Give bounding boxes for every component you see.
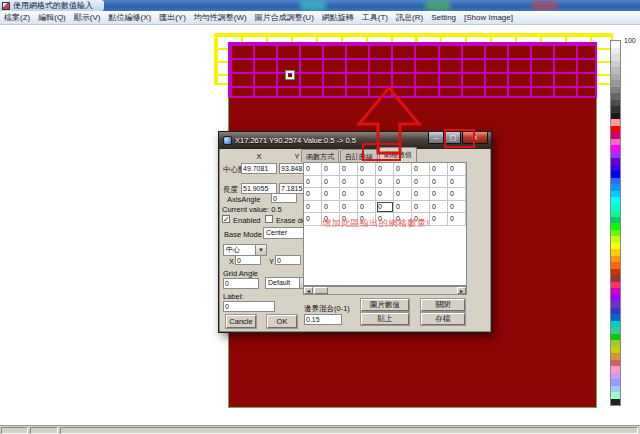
menu-item-uniformity[interactable]: 均勻性調整(W) (194, 12, 247, 23)
grid-cell[interactable]: 0 (304, 188, 322, 201)
grid-cell[interactable]: 0 (448, 201, 466, 214)
cancel-button[interactable]: Cancle (226, 315, 256, 328)
grid-cell[interactable]: 0 (430, 176, 448, 189)
grid-cell[interactable]: 0 (412, 176, 430, 189)
grid-cell[interactable]: 0 (358, 176, 376, 189)
image-values-button[interactable]: 圖片數值 (361, 299, 409, 311)
grid-cell[interactable]: 0 (322, 188, 340, 201)
y-offset-label: Y (269, 257, 274, 266)
current-value-label: Current value: 0.5 (222, 205, 282, 214)
dialog-title: X17.2671 Y90.2574 Value:0.5 -> 0.5 (235, 136, 356, 145)
grid-value-dialog: X17.2671 Y90.2574 Value:0.5 -> 0.5 X Y 中… (218, 131, 492, 333)
tab-highlight-box (362, 143, 401, 161)
grid-cell[interactable]: 0 (430, 188, 448, 201)
close-panel-button[interactable]: 關閉 (421, 299, 465, 311)
menu-item-export[interactable]: 匯出(Y) (159, 12, 186, 23)
grid-cell[interactable]: 0 (448, 188, 466, 201)
grid-cell[interactable]: 0 (358, 201, 376, 214)
grid-cell[interactable]: 0 (394, 201, 412, 214)
grid-cell[interactable]: 0 (412, 188, 430, 201)
grid-cell[interactable]: 0 (304, 163, 322, 176)
length-label: 長度 (223, 185, 238, 195)
menu-item-dot-rotate[interactable]: 網點旋轉 (322, 12, 354, 23)
grid-cell[interactable]: 0 (430, 201, 448, 214)
window-title-chip: 使用網格式的數值輸入 (0, 0, 104, 11)
grid-cell[interactable]: 0 (322, 201, 340, 214)
grid-cell[interactable]: 0 (358, 188, 376, 201)
table-hscrollbar[interactable] (303, 286, 467, 295)
blend-input[interactable]: 0.15 (304, 314, 342, 325)
grid-cell[interactable]: 0 (322, 176, 340, 189)
titlebar-glass-blob (425, 1, 451, 10)
scroll-right-icon[interactable] (457, 287, 466, 294)
grid-cell[interactable]: 0 (340, 201, 358, 214)
window-titlebar[interactable]: 使用網格式的數值輸入 (0, 0, 640, 11)
menu-item-edit[interactable]: 編輯(Q) (38, 12, 66, 23)
y-offset-input[interactable]: 0 (275, 255, 301, 265)
axis-angle-input[interactable]: 0 (271, 193, 297, 203)
grid-cell[interactable]: 0 (358, 163, 376, 176)
color-scale-bar[interactable] (610, 40, 621, 406)
x-offset-input[interactable]: 0 (235, 255, 261, 265)
grid-cell[interactable]: 0 (394, 176, 412, 189)
grid-cell[interactable]: 0 (394, 188, 412, 201)
column-header-x: X (241, 152, 277, 161)
caption-highlight-box (444, 129, 475, 148)
label-input[interactable]: 0 (223, 301, 275, 312)
menu-item-tools[interactable]: 工具(T) (362, 12, 388, 23)
grid-cell[interactable]: 0 (304, 176, 322, 189)
selected-point-marker[interactable] (286, 71, 294, 79)
menu-item-point-edit[interactable]: 點位編修(X) (108, 12, 151, 23)
center-x-input[interactable]: 49.7081 (241, 163, 277, 174)
save-button[interactable]: 存檔 (421, 313, 465, 325)
titlebar-glass-blob (300, 1, 326, 10)
enabled-label: Enabled (233, 216, 261, 225)
grid-cell[interactable]: 0 (304, 213, 322, 226)
grid-cell[interactable]: 0 (376, 188, 394, 201)
grid-cell[interactable]: 0 (304, 201, 322, 214)
app-window: 使用網格式的數值輸入 檔案(Z)編輯(Q)顯示(V)點位編修(X)匯出(Y)均勻… (0, 0, 640, 434)
base-mode-label: Base Mode (224, 230, 262, 239)
grid-cell[interactable]: 0 (376, 201, 394, 214)
scale-max-label: 100 (624, 37, 636, 44)
grid-angle-input[interactable]: 0 (223, 278, 259, 289)
minimize-button[interactable] (428, 132, 444, 144)
scroll-left-icon[interactable] (304, 287, 313, 294)
grid-cell[interactable]: 0 (412, 163, 430, 176)
app-icon (2, 2, 10, 10)
status-panel (60, 427, 638, 434)
grid-cell[interactable]: 0 (376, 176, 394, 189)
menu-item-message[interactable]: 訊息(R) (396, 12, 423, 23)
scroll-thumb[interactable] (314, 287, 328, 294)
grid-cell[interactable]: 0 (322, 163, 340, 176)
grid-cell[interactable]: 0 (430, 163, 448, 176)
label-field-label: Label: (223, 292, 243, 301)
grid-cell[interactable]: 0 (394, 163, 412, 176)
status-bar (0, 425, 640, 434)
menu-item-view[interactable]: 顯示(V) (74, 12, 101, 23)
enabled-checkbox[interactable] (222, 215, 230, 223)
blend-label: 邊界混合(0-1) (304, 304, 350, 314)
status-panel (1, 427, 28, 434)
grid-cell[interactable]: 0 (448, 163, 466, 176)
paste-button[interactable]: 貼上 (361, 313, 409, 325)
grid-cell[interactable]: 0 (376, 163, 394, 176)
grid-cell[interactable]: 0 (340, 163, 358, 176)
grid-cell[interactable]: 0 (340, 188, 358, 201)
menu-item-show-image[interactable]: [Show Image] (464, 13, 513, 22)
grid-cell[interactable]: 0 (340, 176, 358, 189)
menu-item-file[interactable]: 檔案(Z) (4, 12, 30, 23)
tab-function[interactable]: 函數方式 (301, 149, 339, 162)
grid-cell[interactable]: 0 (412, 201, 430, 214)
menu-bar: 檔案(Z)編輯(Q)顯示(V)點位編修(X)匯出(Y)均勻性調整(W)圖片合成調… (0, 11, 640, 25)
menu-item-image-compose[interactable]: 圖片合成調整(U) (255, 12, 314, 23)
window-title: 使用網格式的數值輸入 (13, 0, 93, 11)
grid-cell[interactable]: 0 (448, 213, 466, 226)
axis-angle-label: AxisAngle (227, 195, 260, 204)
grid-cell[interactable]: 0 (430, 213, 448, 226)
erase-dots-checkbox[interactable] (265, 215, 273, 223)
ok-button[interactable]: OK (267, 315, 297, 328)
grid-cell[interactable]: 0 (448, 176, 466, 189)
dialog-icon (223, 136, 232, 145)
menu-item-setting[interactable]: Setting (431, 13, 456, 22)
